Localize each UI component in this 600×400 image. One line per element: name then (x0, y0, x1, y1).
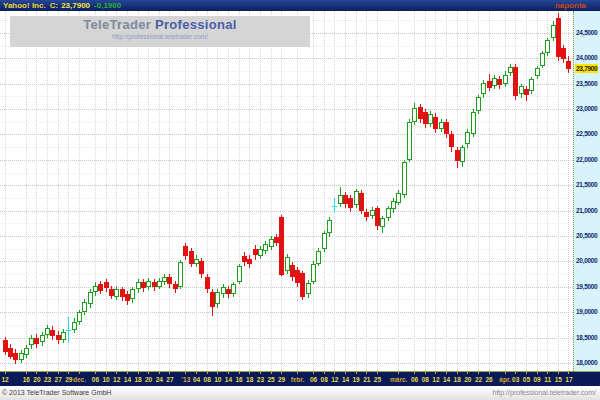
date-tick-label: 06 (92, 375, 99, 385)
minor-gridline (0, 96, 573, 97)
date-axis[interactable]: 121620232729dec.0610121418202427'1304081… (0, 371, 600, 387)
date-tick-label: 14 (342, 375, 349, 385)
candle-body (311, 264, 316, 282)
date-tick-label: 08 (422, 375, 429, 385)
gridline-horizontal (0, 160, 573, 161)
gridline-vertical (345, 11, 346, 371)
gridline-vertical (185, 11, 186, 371)
gridline-vertical (47, 11, 48, 371)
gridline-vertical (207, 11, 208, 371)
gridline-vertical (148, 11, 149, 371)
candle-body (566, 61, 571, 69)
candle-body (306, 283, 311, 295)
candle-body (247, 259, 252, 264)
gridline-horizontal (0, 287, 573, 288)
date-tick-label: 14 (124, 375, 131, 385)
candle-body (237, 266, 242, 281)
date-tick-mark (568, 372, 569, 374)
candle-body (3, 340, 8, 352)
watermark-brand-part2: Professional (155, 17, 237, 32)
candle-body (178, 262, 183, 286)
date-tick-mark (313, 372, 314, 374)
date-tick-mark (324, 372, 325, 374)
gridline-horizontal (0, 185, 573, 186)
date-tick-label: 23 (44, 375, 51, 385)
date-tick-label: 10 (214, 375, 221, 385)
candle-body (199, 261, 204, 274)
price-tick-label: 23,0000 (576, 105, 597, 113)
gridline-vertical (558, 11, 559, 371)
candle-body (136, 282, 141, 290)
gridline-vertical (196, 11, 197, 371)
date-tick-label: 08 (321, 375, 328, 385)
candle-body (524, 89, 529, 95)
date-tick-label: 04 (193, 375, 200, 385)
date-tick-label: 27 (166, 375, 173, 385)
date-tick-label: 16 (235, 375, 242, 385)
price-tick-label: 20,5000 (576, 232, 597, 240)
date-tick-mark (515, 372, 516, 374)
candle-body (359, 193, 364, 211)
date-tick-mark (148, 372, 149, 374)
candle-body (529, 79, 534, 92)
date-tick-label: 05 (523, 375, 530, 385)
date-tick-label: 14 (443, 375, 450, 385)
date-tick-label: 10 (102, 375, 109, 385)
candle-body (348, 198, 353, 208)
gridline-vertical (446, 11, 447, 371)
candle-body (13, 353, 18, 361)
gridline-vertical (26, 11, 27, 371)
minor-gridline (0, 249, 573, 250)
date-tick-mark (446, 372, 447, 374)
date-tick-label: 14 (225, 375, 232, 385)
candle-body (513, 67, 518, 96)
date-tick-mark (95, 372, 96, 374)
gridline-vertical (526, 11, 527, 371)
candle-body (24, 348, 29, 356)
candle-body (503, 75, 508, 84)
chart-title-bar: Yahoo! Inc.C:23,7900-0,1900 naponta (0, 0, 600, 11)
footer-bar: © 2013 TeleTrader Software GmbH http://p… (0, 386, 600, 400)
last-price-value: 23,7900 (61, 1, 90, 10)
date-tick-mark (185, 372, 186, 374)
price-tick-label: 18,5000 (576, 334, 597, 342)
date-tick-label: 16 (23, 375, 30, 385)
date-tick-mark (228, 372, 229, 374)
candle-body (481, 83, 486, 94)
title-left: Yahoo! Inc.C:23,7900-0,1900 (3, 0, 121, 11)
footer-url: http://professional.teletrader.com/ (493, 386, 597, 400)
date-tick-mark (239, 372, 240, 374)
date-tick-mark (489, 372, 490, 374)
candle-body (455, 150, 460, 162)
chart-canvas[interactable]: TeleTrader Professional http://professio… (0, 11, 573, 371)
candle-body (290, 265, 295, 277)
candle-body (423, 112, 428, 125)
minor-gridline (0, 325, 573, 326)
candle-body (109, 289, 114, 296)
candle-body (444, 122, 449, 135)
date-tick-mark (169, 372, 170, 374)
date-tick-label: 18 (134, 375, 141, 385)
price-tick-label: 22,5000 (576, 130, 597, 138)
gridline-horizontal (0, 363, 573, 364)
date-tick-mark (271, 372, 272, 374)
candle-body (519, 86, 524, 94)
minor-gridline (0, 350, 573, 351)
gridline-vertical (106, 11, 107, 371)
gridline-vertical (159, 11, 160, 371)
candle-body (471, 112, 476, 135)
candle-body (364, 212, 369, 217)
candle-body (141, 282, 146, 288)
price-axis[interactable]: 23,7900 24,500024,000023,500023,000022,5… (573, 11, 600, 371)
candle-body (56, 335, 61, 340)
price-tick-label: 22,0000 (576, 156, 597, 164)
gridline-horizontal (0, 58, 573, 59)
candle-body (72, 322, 77, 330)
date-tick-label: febr. (291, 375, 305, 385)
date-tick-label: 21 (363, 375, 370, 385)
candle-body (253, 249, 258, 256)
date-tick-label: 29 (65, 375, 72, 385)
date-tick-label: 19 (352, 375, 359, 385)
date-tick-label: 11 (544, 375, 551, 385)
date-tick-label: 20 (464, 375, 471, 385)
